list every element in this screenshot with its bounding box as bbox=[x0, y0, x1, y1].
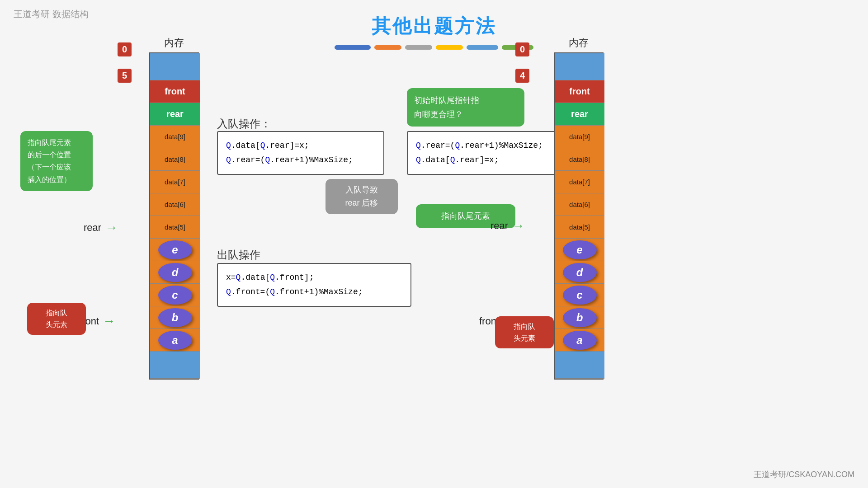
enqueue-code2: Q.rear=(Q.rear+1)%MaxSize; Q.data[Q.rear… bbox=[407, 131, 579, 175]
right-oval-b: b bbox=[563, 308, 597, 327]
dequeue-label: 出队操作 bbox=[217, 248, 260, 262]
right-cell-a: a bbox=[555, 329, 604, 352]
left-cell-a: a bbox=[150, 329, 200, 352]
left-cell-front: front bbox=[150, 80, 200, 103]
left-cell-data6: data[6] bbox=[150, 193, 200, 216]
right-cell-b: b bbox=[555, 306, 604, 329]
left-rear-label: rear → bbox=[84, 221, 118, 235]
left-badge-0: 0 bbox=[118, 42, 132, 56]
right-cell-c: c bbox=[555, 284, 604, 306]
left-cell-e: e bbox=[150, 239, 200, 261]
right-rear-label: rear → bbox=[491, 219, 524, 233]
left-front-arrow: → bbox=[103, 314, 115, 328]
left-cell-rear: rear bbox=[150, 103, 200, 126]
right-memory-label: 内存 bbox=[554, 36, 604, 50]
right-rear-text: rear bbox=[491, 220, 508, 232]
left-cell-d: d bbox=[150, 261, 200, 284]
left-bubble-rear: 指向队尾元素的后一个位置（下一个应该插入的位置） bbox=[20, 131, 93, 191]
right-oval-a: a bbox=[563, 331, 597, 350]
enqueue-code1: Q.data[Q.rear]=x; Q.rear=(Q.rear+1)%MaxS… bbox=[217, 131, 384, 175]
dequeue-code: x=Q.data[Q.front]; Q.front=(Q.front+1)%M… bbox=[217, 263, 411, 307]
left-oval-b: b bbox=[158, 308, 192, 327]
left-cell-blue-bottom bbox=[150, 352, 200, 379]
right-cell-data8: data[8] bbox=[555, 148, 604, 171]
left-cell-data8: data[8] bbox=[150, 148, 200, 171]
right-cell-front: front bbox=[555, 80, 604, 103]
left-memory-column: front rear data[9] data[8] data[7] data[… bbox=[149, 52, 199, 380]
right-cell-d: d bbox=[555, 261, 604, 284]
left-cell-blue-top bbox=[150, 53, 200, 80]
right-cell-e: e bbox=[555, 239, 604, 261]
page-title: 其他出题方法 bbox=[0, 0, 868, 39]
right-cell-rear: rear bbox=[555, 103, 604, 126]
left-oval-d: d bbox=[158, 263, 192, 282]
right-cell-data9: data[9] bbox=[555, 126, 604, 148]
right-cell-blue-bottom bbox=[555, 352, 604, 379]
right-badge-0: 0 bbox=[515, 42, 529, 56]
right-bubble-front: 指向队头元素 bbox=[495, 316, 554, 348]
right-badge-4: 4 bbox=[515, 69, 529, 83]
right-cell-blue-top bbox=[555, 53, 604, 80]
rear-move-bubble: 入队导致rear 后移 bbox=[326, 179, 398, 214]
left-oval-c: c bbox=[158, 286, 192, 305]
right-cell-data6: data[6] bbox=[555, 193, 604, 216]
left-bubble-front: 指向队头元素 bbox=[27, 303, 86, 335]
right-cell-data7: data[7] bbox=[555, 171, 604, 193]
right-oval-c: c bbox=[563, 286, 597, 305]
left-cell-c: c bbox=[150, 284, 200, 306]
left-oval-a: a bbox=[158, 331, 192, 350]
right-oval-e: e bbox=[563, 240, 597, 259]
right-cell-data5: data[5] bbox=[555, 216, 604, 239]
right-memory-column: front rear data[9] data[8] data[7] data[… bbox=[554, 52, 604, 380]
left-cell-data5: data[5] bbox=[150, 216, 200, 239]
left-cell-data9: data[9] bbox=[150, 126, 200, 148]
left-cell-b: b bbox=[150, 306, 200, 329]
right-oval-d: d bbox=[563, 263, 597, 282]
enqueue-label: 入队操作： bbox=[217, 117, 271, 131]
left-rear-text: rear bbox=[84, 222, 101, 234]
left-memory-label: 内存 bbox=[149, 36, 199, 50]
left-rear-arrow: → bbox=[105, 221, 118, 235]
top-logo: 王道考研 数据结构 bbox=[14, 8, 89, 20]
left-badge-5: 5 bbox=[118, 69, 132, 83]
right-bubble-question: 初始时队尾指针指向哪更合理？ bbox=[407, 88, 524, 127]
left-oval-e: e bbox=[158, 240, 192, 259]
left-cell-data7: data[7] bbox=[150, 171, 200, 193]
right-rear-arrow: → bbox=[512, 219, 524, 233]
watermark: 王道考研/CSKAOYAN.COM bbox=[754, 469, 854, 480]
